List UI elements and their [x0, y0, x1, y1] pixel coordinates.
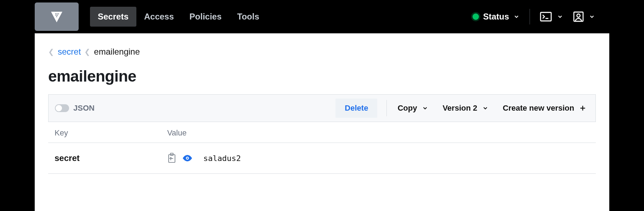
- copy-label: Copy: [397, 104, 417, 113]
- version-label: Version 2: [442, 104, 477, 113]
- chevron-down-icon: [557, 13, 563, 20]
- create-version-label: Create new version: [503, 104, 574, 113]
- toolbar: JSON Delete Copy Version 2 Create new ve…: [48, 94, 596, 122]
- svg-point-3: [58, 13, 59, 14]
- breadcrumb-sep-icon: ❮: [48, 48, 54, 56]
- terminal-dropdown[interactable]: [540, 12, 563, 22]
- divider: [530, 9, 530, 24]
- divider: [386, 100, 387, 116]
- delete-button[interactable]: Delete: [335, 99, 377, 118]
- svg-point-2: [56, 13, 57, 14]
- nav-policies[interactable]: Policies: [182, 7, 230, 27]
- svg-point-16: [187, 157, 188, 159]
- svg-point-6: [56, 16, 57, 17]
- nav-tools[interactable]: Tools: [230, 7, 267, 27]
- breadcrumb-current: emailengine: [94, 47, 140, 57]
- svg-point-5: [57, 15, 58, 16]
- chevron-down-icon: [589, 13, 595, 20]
- app-logo[interactable]: [35, 2, 79, 31]
- status-dropdown[interactable]: Status: [473, 12, 520, 22]
- secret-value: saladus2: [203, 154, 241, 163]
- nav-access[interactable]: Access: [136, 7, 182, 27]
- vault-logo-icon: [50, 10, 64, 24]
- row-value: saladus2: [167, 153, 589, 163]
- content: ❮ secret ❮ emailengine emailengine JSON …: [35, 33, 609, 211]
- eye-icon[interactable]: [182, 154, 193, 162]
- terminal-icon: [540, 12, 552, 22]
- create-version-button[interactable]: Create new version: [503, 104, 586, 113]
- json-label: JSON: [73, 104, 95, 113]
- user-icon: [573, 11, 584, 22]
- version-dropdown[interactable]: Version 2: [442, 104, 488, 113]
- chevron-down-icon: [513, 13, 520, 20]
- page-title: emailengine: [48, 67, 596, 85]
- breadcrumb-sep-icon: ❮: [84, 48, 90, 56]
- svg-rect-7: [541, 12, 551, 21]
- svg-point-1: [55, 13, 56, 14]
- main-nav: Secrets Access Policies Tools: [90, 7, 267, 27]
- plus-icon: [579, 105, 586, 112]
- status-label: Status: [483, 12, 509, 22]
- chevron-down-icon: [422, 105, 428, 111]
- nav-secrets[interactable]: Secrets: [90, 7, 136, 27]
- svg-point-10: [577, 14, 580, 17]
- user-dropdown[interactable]: [573, 11, 595, 22]
- breadcrumb: ❮ secret ❮ emailengine: [48, 47, 596, 57]
- topbar-right: Status: [473, 9, 595, 24]
- topbar: Secrets Access Policies Tools Status: [35, 0, 609, 33]
- col-value: Value: [167, 128, 589, 138]
- status-indicator-icon: [473, 13, 479, 20]
- row-key: secret: [55, 153, 167, 163]
- json-toggle[interactable]: [55, 104, 69, 112]
- breadcrumb-secret[interactable]: secret: [58, 47, 81, 57]
- table-row: secret saladus: [48, 143, 596, 174]
- table-header: Key Value: [48, 122, 596, 143]
- chevron-down-icon: [482, 105, 488, 111]
- clipboard-icon[interactable]: [167, 153, 176, 163]
- col-key: Key: [55, 128, 167, 138]
- copy-dropdown[interactable]: Copy: [397, 104, 428, 113]
- svg-point-4: [55, 15, 56, 16]
